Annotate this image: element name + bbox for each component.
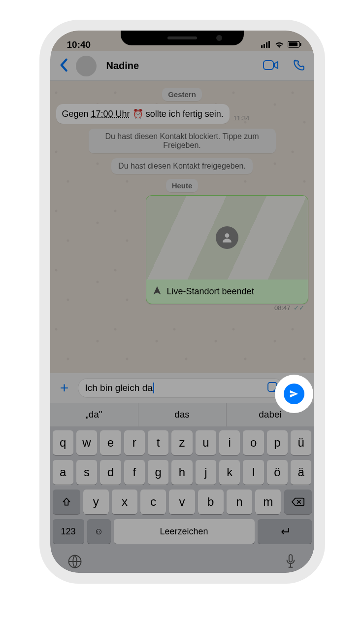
message-input-text: Ich bin gleich da xyxy=(85,383,153,393)
kb-row-1: qwertzuiopü xyxy=(53,430,312,455)
key-ä[interactable]: ä xyxy=(291,460,311,485)
emoji-key[interactable]: ☺ xyxy=(87,519,111,544)
svg-point-8 xyxy=(225,233,229,238)
key-o[interactable]: o xyxy=(243,430,264,455)
key-j[interactable]: j xyxy=(196,460,216,485)
backspace-key[interactable] xyxy=(284,490,312,514)
key-z[interactable]: z xyxy=(171,430,192,455)
numbers-key[interactable]: 123 xyxy=(53,519,84,544)
back-button[interactable] xyxy=(59,58,68,74)
battery-icon xyxy=(288,39,301,50)
screen: 10:40 Nadine xyxy=(50,31,314,573)
key-p[interactable]: p xyxy=(267,430,288,455)
clock-icon: ⏰ xyxy=(132,109,143,119)
chat-body[interactable]: Gestern Gegen 17:00 Uhr ⏰ sollte ich fer… xyxy=(50,81,314,373)
attach-button[interactable]: + xyxy=(56,380,73,396)
msg-text-suffix: sollte ich fertig sein. xyxy=(143,109,224,119)
key-m[interactable]: m xyxy=(255,490,281,514)
svg-rect-7 xyxy=(264,61,273,70)
key-ö[interactable]: ö xyxy=(267,460,288,485)
key-i[interactable]: i xyxy=(219,430,240,455)
map-thumbnail[interactable] xyxy=(146,196,308,280)
wifi-icon xyxy=(274,39,284,50)
key-y[interactable]: y xyxy=(83,490,109,514)
shift-key[interactable] xyxy=(53,490,80,514)
key-e[interactable]: e xyxy=(100,430,121,455)
key-n[interactable]: n xyxy=(227,490,252,514)
phone-frame: 10:40 Nadine xyxy=(39,20,325,584)
svg-rect-11 xyxy=(289,555,292,562)
contact-avatar[interactable] xyxy=(76,56,97,76)
signal-icon xyxy=(261,39,271,50)
msg-time-text[interactable]: 17:00 Uhr xyxy=(91,109,130,119)
key-t[interactable]: t xyxy=(148,430,168,455)
notch xyxy=(121,31,244,45)
svg-rect-3 xyxy=(268,41,270,48)
system-blocked-notice[interactable]: Du hast diesen Kontakt blockiert. Tippe … xyxy=(89,129,276,153)
send-button[interactable] xyxy=(284,384,304,404)
incoming-bubble[interactable]: Gegen 17:00 Uhr ⏰ sollte ich fertig sein… xyxy=(56,104,230,124)
keyboard-suggestions: „da" das dabei xyxy=(50,403,314,426)
key-w[interactable]: w xyxy=(76,430,97,455)
key-q[interactable]: q xyxy=(53,430,73,455)
key-r[interactable]: r xyxy=(124,430,145,455)
system-unblocked-notice: Du hast diesen Kontakt freigegeben. xyxy=(111,158,253,174)
svg-rect-1 xyxy=(264,44,265,48)
location-icon xyxy=(152,285,162,298)
space-key[interactable]: Leerzeichen xyxy=(114,519,255,544)
key-u[interactable]: u xyxy=(196,430,216,455)
key-k[interactable]: k xyxy=(219,460,240,485)
key-b[interactable]: b xyxy=(198,490,224,514)
key-f[interactable]: f xyxy=(124,460,145,485)
key-h[interactable]: h xyxy=(171,460,192,485)
key-x[interactable]: x xyxy=(112,490,137,514)
send-highlight xyxy=(275,375,313,413)
keyboard-bottom-bar xyxy=(53,549,312,573)
svg-rect-6 xyxy=(300,43,301,46)
date-separator-yesterday: Gestern xyxy=(162,88,202,101)
location-text: Live-Standort beendet xyxy=(167,286,254,297)
suggestion-2[interactable]: das xyxy=(138,403,227,426)
suggestion-1[interactable]: „da" xyxy=(50,403,138,426)
key-l[interactable]: l xyxy=(243,460,264,485)
message-input-bar: + Ich bin gleich da xyxy=(50,373,314,403)
key-c[interactable]: c xyxy=(140,490,166,514)
outgoing-location-bubble[interactable]: Live-Standort beendet xyxy=(146,195,308,304)
dictation-key[interactable] xyxy=(284,554,297,571)
contact-name[interactable]: Nadine xyxy=(106,60,249,71)
svg-rect-5 xyxy=(289,42,298,46)
key-v[interactable]: v xyxy=(169,490,195,514)
kb-row-2: asdfghjklöä xyxy=(53,460,312,485)
message-input[interactable]: Ich bin gleich da xyxy=(78,378,284,398)
key-g[interactable]: g xyxy=(148,460,168,485)
svg-rect-0 xyxy=(261,45,263,48)
key-s[interactable]: s xyxy=(76,460,97,485)
voice-call-button[interactable] xyxy=(293,59,305,73)
chat-header: Nadine xyxy=(50,51,314,81)
msg-text-prefix: Gegen xyxy=(62,109,91,119)
key-d[interactable]: d xyxy=(100,460,121,485)
keyboard: qwertzuiopü asdfghjklöä yxcvbnm 123 ☺ Le… xyxy=(50,426,314,573)
key-a[interactable]: a xyxy=(53,460,73,485)
return-key[interactable] xyxy=(258,519,312,544)
map-pin-icon xyxy=(216,226,238,249)
kb-row-4: 123 ☺ Leerzeichen xyxy=(53,519,312,544)
status-time: 10:40 xyxy=(67,39,91,50)
key-ü[interactable]: ü xyxy=(291,430,311,455)
kb-row-3: yxcvbnm xyxy=(53,490,312,514)
date-separator-today: Heute xyxy=(166,179,199,192)
svg-rect-2 xyxy=(266,42,267,48)
video-call-button[interactable] xyxy=(263,60,279,72)
globe-key[interactable] xyxy=(67,554,82,571)
